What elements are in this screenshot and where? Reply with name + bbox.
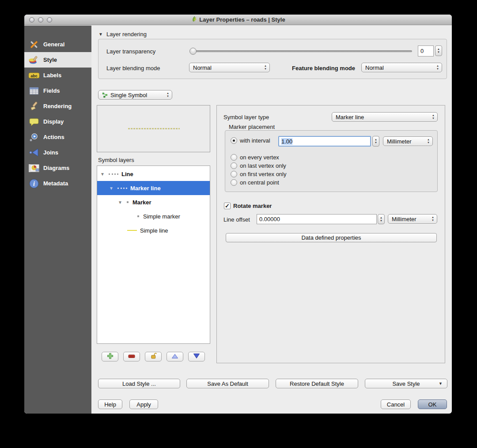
radio-on-last-vertex[interactable]: on last vertex only [231,162,286,169]
remove-symbol-layer-button[interactable] [123,352,140,361]
marker-dot-icon [127,201,129,203]
tree-item-simple-line[interactable]: Simple line [97,223,210,237]
marker-placement-group: with interval 1.00 ▲▼ Millimeter ▲▼ on e… [225,130,438,192]
tree-item-line[interactable]: ▼ Line [97,167,210,181]
line-offset-label: Line offset [223,216,250,223]
marker-line-icon [109,173,118,175]
symbol-layer-type-select[interactable]: Marker line ▲▼ [332,112,438,122]
interval-input[interactable]: 1.00 [278,136,371,147]
table-icon [28,86,40,96]
simple-line-icon [127,230,137,231]
renderer-select[interactable]: Single Symbol ▲▼ [98,90,172,100]
load-style-button[interactable]: Load Style ... [98,379,180,388]
title-bar[interactable]: Layer Properties – roads | Style [24,15,452,25]
help-button[interactable]: Help [98,399,122,409]
radio-on-first-vertex[interactable]: on first vertex only [231,171,287,177]
sidebar-item-label: Metadata [43,180,68,187]
apply-button[interactable]: Apply [129,399,158,409]
expander-triangle-icon[interactable]: ▼ [109,186,114,191]
cancel-button[interactable]: Cancel [381,399,411,409]
brush-icon [28,101,40,112]
sidebar-item-label: Fields [43,87,60,94]
disclosure-triangle-icon[interactable]: ▼ [98,32,103,37]
combo-arrows-icon: ▲▼ [427,138,430,144]
transparency-slider-thumb[interactable] [189,48,197,55]
transparency-slider-track[interactable] [191,50,412,52]
radio-on-every-vertex[interactable]: on every vertex [231,154,279,161]
expander-triangle-icon[interactable]: ▼ [100,172,105,177]
radio-with-interval[interactable]: with interval [231,137,270,144]
feature-blending-label: Feature blending mode [292,65,355,72]
add-symbol-layer-button[interactable] [102,352,118,361]
expander-triangle-icon[interactable]: ▼ [117,200,123,205]
join-arrow-icon [28,147,40,158]
paintbrush-icon [28,55,40,65]
single-symbol-icon [102,92,108,98]
save-style-button[interactable]: Save Style ▼ [365,379,447,388]
sidebar-item-display[interactable]: Display [24,114,91,129]
radio-icon [231,179,237,186]
sidebar-item-labels[interactable]: abc Labels [24,68,91,83]
combo-arrows-icon: ▲▼ [264,64,267,71]
sidebar-item-label: Diagrams [43,165,69,171]
radio-on-central-point[interactable]: on central point [231,179,279,186]
save-as-default-button[interactable]: Save As Default [186,379,269,388]
line-offset-input[interactable]: 0.00000 [257,214,377,224]
layer-rendering-panel: Layer transparency 0 ▲▼ Layer blending m… [98,39,447,79]
zoom-window-button[interactable] [47,17,52,23]
radio-icon [231,162,237,169]
sidebar-item-metadata[interactable]: i Metadata [24,176,91,191]
sidebar-item-general[interactable]: General [24,37,91,52]
rotate-marker-checkbox[interactable]: ✓ Rotate marker [224,203,272,209]
checkbox-checked-icon: ✓ [224,203,231,209]
layer-blending-select[interactable]: Normal ▲▼ [189,63,270,72]
stepper-down-icon: ▼ [375,141,377,144]
line-offset-stepper[interactable]: ▲▼ [378,214,385,224]
window-title: Layer Properties – roads | Style [199,16,285,23]
combo-arrows-icon: ▲▼ [436,64,439,71]
transparency-value-field[interactable]: 0 [418,45,434,56]
down-triangle-icon [193,353,200,361]
layer-properties-dialog: Layer Properties – roads | Style General… [24,15,452,414]
close-window-button[interactable] [29,17,34,23]
layer-blending-label: Layer blending mode [106,65,160,72]
ok-button[interactable]: OK [418,399,447,409]
sidebar-item-rendering[interactable]: Rendering [24,98,91,114]
feature-blending-select[interactable]: Normal ▲▼ [361,63,442,72]
interval-unit-select[interactable]: Millimeter ▲▼ [383,136,433,146]
minimize-window-button[interactable] [38,17,43,23]
sidebar-item-fields[interactable]: Fields [24,83,91,98]
sidebar-item-diagrams[interactable]: Diagrams [24,160,91,176]
symbol-layers-label: Symbol layers [98,157,134,163]
stepper-down-icon: ▼ [437,51,440,54]
data-defined-properties-button[interactable]: Data defined properties [226,233,437,242]
tree-item-marker-line[interactable]: ▼ Marker line [97,181,210,195]
sidebar-item-label: Rendering [43,103,72,109]
tree-item-marker[interactable]: ▼ Marker [97,195,210,209]
sidebar-item-label: Joins [43,149,58,156]
speech-bubble-icon [28,117,40,127]
tree-item-simple-marker[interactable]: Simple marker [97,209,210,223]
stepper-up-icon: ▲ [437,48,440,51]
move-layer-down-button[interactable] [188,352,205,361]
restore-default-style-button[interactable]: Restore Default Style [276,379,358,388]
sidebar-item-style[interactable]: Style [24,52,91,68]
properties-sidebar: General Style abc Labels Fields Renderin… [24,26,91,414]
radio-icon [231,171,237,177]
stepper-up-icon: ▲ [380,216,382,219]
marker-dot-icon [137,215,139,217]
interval-stepper[interactable]: ▲▼ [372,136,379,147]
layer-rendering-header[interactable]: ▼ Layer rendering [98,31,147,38]
symbol-layer-properties-panel: Symbol layer type Marker line ▲▼ Marker … [216,105,445,363]
lock-symbol-layer-button[interactable] [145,352,162,361]
sidebar-item-actions[interactable]: Actions [24,129,91,145]
sidebar-item-label: General [43,41,64,48]
diagram-icon [28,163,40,173]
up-triangle-icon [171,353,178,361]
line-offset-unit-select[interactable]: Millimeter ▲▼ [388,214,437,224]
transparency-stepper[interactable]: ▲▼ [435,45,442,56]
symbol-preview [97,105,210,152]
sidebar-item-label: Labels [43,72,61,79]
move-layer-up-button[interactable] [167,352,183,361]
sidebar-item-joins[interactable]: Joins [24,145,91,160]
